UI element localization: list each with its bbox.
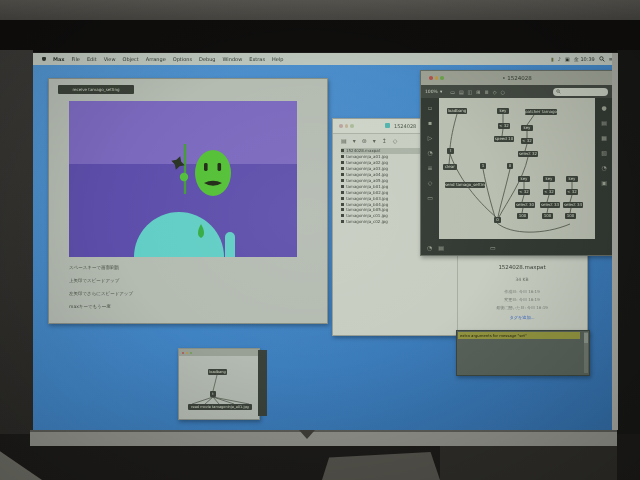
spotlight-icon[interactable] bbox=[599, 56, 605, 62]
message-box-zero[interactable]: 0 bbox=[507, 163, 513, 169]
object-box-send[interactable]: send tamago_setting bbox=[445, 182, 485, 188]
message-box[interactable]: 0 bbox=[494, 217, 501, 223]
action-menu-icon[interactable]: ⊛ bbox=[362, 137, 367, 144]
menu-options[interactable]: Options bbox=[173, 56, 192, 62]
close-icon[interactable] bbox=[339, 124, 343, 128]
share-icon[interactable]: ↥ bbox=[382, 137, 387, 144]
game-canvas bbox=[69, 101, 297, 257]
volume-icon[interactable]: ♪ bbox=[558, 56, 561, 62]
input-menu-icon[interactable]: ▣ bbox=[565, 56, 570, 62]
patcher-search-field[interactable] bbox=[553, 88, 608, 96]
chevron-down-icon[interactable]: ▾ bbox=[373, 137, 376, 144]
menu-view[interactable]: View bbox=[104, 56, 116, 62]
scrollbar-thumb[interactable] bbox=[584, 333, 588, 343]
search-icon bbox=[556, 89, 561, 94]
menu-help[interactable]: Help bbox=[272, 56, 283, 62]
sidebar-icon[interactable]: ▤ bbox=[601, 119, 607, 126]
toolbar-icon-2[interactable]: ▤ bbox=[459, 89, 464, 95]
wrench-icon[interactable]: ▭ bbox=[490, 244, 496, 251]
patcher-titlebar[interactable]: • 1524028 bbox=[421, 71, 613, 85]
sidebar-icon[interactable]: ≡ bbox=[427, 164, 432, 171]
message-box-one[interactable]: 1 bbox=[480, 163, 486, 169]
toolbar-icon-3[interactable]: ◫ bbox=[468, 89, 473, 95]
menu-arrange[interactable]: Arrange bbox=[146, 56, 166, 62]
menu-extras[interactable]: Extras bbox=[249, 56, 265, 62]
patcher-window-title: 1524028 bbox=[507, 75, 532, 81]
sidebar-icon[interactable]: ▧ bbox=[601, 149, 607, 156]
zoom-level[interactable]: 100% bbox=[425, 89, 438, 94]
console-error-row[interactable]: extra arguments for message "set" bbox=[458, 332, 580, 339]
object-box-lt32[interactable]: < 32 bbox=[566, 189, 578, 195]
object-box-loadbang[interactable]: loadbang bbox=[447, 108, 467, 114]
object-box-select33[interactable]: select 33 bbox=[540, 202, 560, 208]
toolbar-icon-5[interactable]: ≣ bbox=[485, 89, 489, 95]
menu-edit[interactable]: Edit bbox=[87, 56, 97, 62]
object-box-select34[interactable]: select 34 bbox=[563, 202, 583, 208]
zoom-icon[interactable] bbox=[350, 124, 354, 128]
minimize-icon[interactable] bbox=[186, 352, 188, 354]
battery-icon[interactable]: ▮ bbox=[551, 56, 554, 62]
object-box-lt32[interactable]: < 32 bbox=[518, 189, 530, 195]
screen-right-edge bbox=[612, 53, 618, 430]
toolbar-icon-7[interactable]: ○ bbox=[501, 89, 505, 95]
apple-icon[interactable] bbox=[42, 57, 46, 61]
message-box-100[interactable]: 100 bbox=[542, 213, 553, 219]
toolbar-icon-1[interactable]: ▭ bbox=[450, 89, 455, 95]
message-box-100[interactable]: 100 bbox=[517, 213, 528, 219]
message-box-read[interactable]: read movie tamagoninja_a01.jpg bbox=[188, 404, 252, 410]
message-box-100[interactable]: 100 bbox=[565, 213, 576, 219]
toolbar-icon-4[interactable]: ⊞ bbox=[476, 89, 480, 95]
sidebar-icon[interactable]: ● bbox=[601, 104, 606, 111]
bottom-icon[interactable]: ◔ bbox=[427, 244, 432, 251]
menu-debug[interactable]: Debug bbox=[199, 56, 215, 62]
menu-object[interactable]: Object bbox=[123, 56, 139, 62]
object-box-lt32[interactable]: < 32 bbox=[543, 189, 555, 195]
object-box-select32[interactable]: select 32 bbox=[518, 151, 538, 157]
object-box-key[interactable]: key bbox=[497, 108, 509, 114]
sidebar-icon[interactable]: ▫ bbox=[428, 104, 432, 111]
jpg-file-icon bbox=[341, 161, 344, 164]
menu-max[interactable]: Max bbox=[53, 56, 65, 62]
object-box-key[interactable]: key bbox=[543, 176, 555, 182]
sidebar-icon[interactable]: ▪ bbox=[428, 119, 432, 126]
sidebar-icon[interactable]: ◔ bbox=[601, 164, 606, 171]
object-box-lt32[interactable]: < 32 bbox=[521, 138, 533, 144]
receive-object-label[interactable]: receive tamago_setting bbox=[58, 85, 134, 94]
file-name: tamagoninja_c01.jpg bbox=[346, 213, 388, 218]
sidebar-icon[interactable]: ◇ bbox=[428, 179, 433, 186]
folder-proxy-icon[interactable] bbox=[385, 123, 390, 128]
object-box-select30[interactable]: select 30 bbox=[515, 202, 535, 208]
object-box-trigger[interactable]: t bbox=[447, 148, 454, 154]
zoom-icon[interactable] bbox=[190, 352, 192, 354]
minimize-icon[interactable] bbox=[345, 124, 349, 128]
room-ceiling bbox=[0, 0, 640, 22]
sidebar-icon[interactable]: ▭ bbox=[427, 194, 433, 201]
view-grid-icon[interactable]: ▤ bbox=[341, 137, 347, 144]
sidebar-icon[interactable]: ▣ bbox=[601, 179, 607, 186]
object-box-key[interactable]: key bbox=[518, 176, 530, 182]
sidebar-icon[interactable]: ◔ bbox=[427, 149, 432, 156]
object-box-key[interactable]: key bbox=[566, 176, 578, 182]
patcher-canvas[interactable]: loadbang t clear send tamago_setting key… bbox=[439, 98, 595, 239]
mini-titlebar[interactable] bbox=[179, 349, 259, 356]
menu-clock[interactable]: 金 10:39 bbox=[574, 56, 595, 62]
object-box-clear[interactable]: clear bbox=[443, 164, 457, 170]
object-box-trigger[interactable]: t bbox=[210, 391, 216, 397]
menu-window[interactable]: Window bbox=[223, 56, 243, 62]
object-box-loadbang[interactable]: loadbang bbox=[208, 369, 227, 375]
sidebar-icon[interactable]: ▷ bbox=[428, 134, 433, 141]
object-box-lt32[interactable]: < 32 bbox=[498, 123, 510, 129]
object-box-patcher-tamago[interactable]: patcher tamago bbox=[525, 109, 557, 115]
toolbar-icon-6[interactable]: ◇ bbox=[493, 89, 497, 95]
bottom-icon[interactable]: ▤ bbox=[438, 244, 444, 251]
tags-icon[interactable]: ◇ bbox=[393, 137, 398, 144]
add-tags-link[interactable]: タグを追加... bbox=[458, 315, 586, 320]
sidebar-icon[interactable]: ▦ bbox=[601, 134, 607, 141]
chevron-down-icon[interactable]: ▾ bbox=[353, 137, 356, 144]
chevron-down-icon[interactable]: ▾ bbox=[440, 89, 442, 94]
object-box-key[interactable]: key bbox=[521, 125, 533, 131]
menu-file[interactable]: File bbox=[72, 56, 80, 62]
file-name: tamagoninja_a05.jpg bbox=[346, 178, 388, 183]
close-icon[interactable] bbox=[182, 352, 184, 354]
object-box-speed[interactable]: speed 10 bbox=[494, 136, 514, 142]
